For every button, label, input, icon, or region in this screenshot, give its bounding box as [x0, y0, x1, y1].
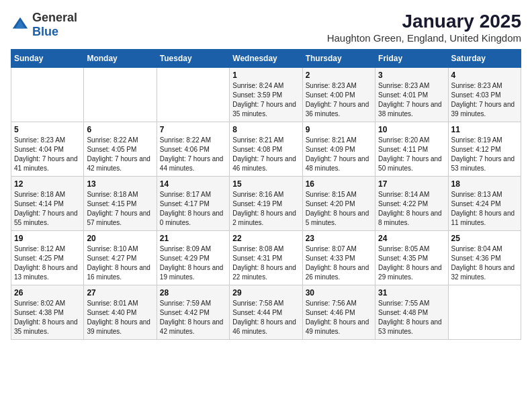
logo: General Blue — [11, 11, 77, 39]
day-number: 8 — [232, 125, 299, 134]
calendar-cell — [448, 285, 521, 340]
calendar-cell: 25 Sunrise: 8:04 AMSunset: 4:36 PMDaylig… — [448, 231, 521, 285]
calendar-cell: 6 Sunrise: 8:22 AMSunset: 4:05 PMDayligh… — [84, 122, 157, 177]
day-number: 28 — [160, 288, 226, 298]
logo-blue: Blue — [32, 25, 58, 38]
calendar-cell: 27 Sunrise: 8:01 AMSunset: 4:40 PMDaylig… — [84, 285, 157, 340]
day-info: Sunrise: 8:23 AMSunset: 4:00 PMDaylight:… — [306, 81, 372, 119]
day-number: 25 — [451, 234, 518, 243]
day-info: Sunrise: 8:17 AMSunset: 4:17 PMDaylight:… — [160, 190, 226, 228]
calendar-cell: 7 Sunrise: 8:22 AMSunset: 4:06 PMDayligh… — [157, 122, 229, 177]
day-number: 6 — [87, 125, 153, 134]
day-number: 1 — [232, 71, 299, 80]
calendar-cell: 11 Sunrise: 8:19 AMSunset: 4:12 PMDaylig… — [448, 122, 521, 177]
page-header: General Blue January 2025 Haughton Green… — [11, 11, 521, 44]
day-number: 24 — [378, 234, 445, 243]
calendar-cell: 18 Sunrise: 8:13 AMSunset: 4:24 PMDaylig… — [448, 177, 521, 231]
day-number: 7 — [160, 125, 226, 134]
calendar-cell: 19 Sunrise: 8:12 AMSunset: 4:25 PMDaylig… — [11, 231, 84, 285]
day-number: 27 — [87, 288, 153, 298]
day-info: Sunrise: 8:05 AMSunset: 4:35 PMDaylight:… — [378, 244, 445, 282]
day-number: 17 — [378, 179, 445, 189]
calendar-cell: 13 Sunrise: 8:18 AMSunset: 4:15 PMDaylig… — [84, 177, 157, 231]
day-number: 16 — [306, 179, 372, 189]
day-info: Sunrise: 8:07 AMSunset: 4:33 PMDaylight:… — [306, 244, 372, 282]
day-info: Sunrise: 8:23 AMSunset: 4:04 PMDaylight:… — [14, 136, 81, 173]
title-block: January 2025 Haughton Green, England, Un… — [327, 11, 521, 44]
calendar-cell: 26 Sunrise: 8:02 AMSunset: 4:38 PMDaylig… — [11, 285, 84, 340]
day-number: 2 — [306, 71, 372, 80]
day-info: Sunrise: 8:08 AMSunset: 4:31 PMDaylight:… — [232, 244, 299, 282]
day-info: Sunrise: 8:22 AMSunset: 4:05 PMDaylight:… — [87, 136, 153, 173]
day-info: Sunrise: 8:16 AMSunset: 4:19 PMDaylight:… — [232, 190, 299, 228]
calendar-cell: 17 Sunrise: 8:14 AMSunset: 4:22 PMDaylig… — [375, 177, 448, 231]
day-number: 9 — [306, 125, 372, 134]
day-info: Sunrise: 8:18 AMSunset: 4:15 PMDaylight:… — [87, 190, 153, 228]
calendar-cell: 16 Sunrise: 8:15 AMSunset: 4:20 PMDaylig… — [302, 177, 375, 231]
day-info: Sunrise: 8:14 AMSunset: 4:22 PMDaylight:… — [378, 190, 445, 228]
col-wednesday: Wednesday — [230, 50, 302, 68]
day-number: 5 — [14, 125, 81, 134]
calendar-cell: 10 Sunrise: 8:20 AMSunset: 4:11 PMDaylig… — [375, 122, 448, 177]
day-info: Sunrise: 8:21 AMSunset: 4:09 PMDaylight:… — [306, 136, 372, 173]
day-number: 23 — [306, 234, 372, 243]
col-tuesday: Tuesday — [157, 50, 229, 68]
calendar-cell: 5 Sunrise: 8:23 AMSunset: 4:04 PMDayligh… — [11, 122, 84, 177]
day-number: 30 — [306, 288, 372, 298]
calendar-cell — [84, 68, 157, 122]
day-info: Sunrise: 8:19 AMSunset: 4:12 PMDaylight:… — [451, 136, 518, 173]
calendar-cell: 3 Sunrise: 8:23 AMSunset: 4:01 PMDayligh… — [375, 68, 448, 122]
calendar-cell — [157, 68, 229, 122]
calendar-week-row: 19 Sunrise: 8:12 AMSunset: 4:25 PMDaylig… — [11, 231, 521, 285]
day-info: Sunrise: 8:18 AMSunset: 4:14 PMDaylight:… — [14, 190, 81, 228]
calendar-title: January 2025 — [327, 11, 521, 32]
day-number: 18 — [451, 179, 518, 189]
day-info: Sunrise: 8:10 AMSunset: 4:27 PMDaylight:… — [87, 244, 153, 282]
day-info: Sunrise: 8:02 AMSunset: 4:38 PMDaylight:… — [14, 299, 81, 336]
calendar-cell: 8 Sunrise: 8:21 AMSunset: 4:08 PMDayligh… — [230, 122, 302, 177]
calendar-header-row: Sunday Monday Tuesday Wednesday Thursday… — [11, 50, 521, 68]
calendar-week-row: 26 Sunrise: 8:02 AMSunset: 4:38 PMDaylig… — [11, 285, 521, 340]
col-saturday: Saturday — [448, 50, 521, 68]
day-number: 10 — [378, 125, 445, 134]
col-friday: Friday — [375, 50, 448, 68]
day-number: 4 — [451, 71, 518, 80]
col-thursday: Thursday — [302, 50, 375, 68]
day-info: Sunrise: 8:23 AMSunset: 4:01 PMDaylight:… — [378, 81, 445, 119]
calendar-cell: 29 Sunrise: 7:58 AMSunset: 4:44 PMDaylig… — [230, 285, 302, 340]
calendar-week-row: 12 Sunrise: 8:18 AMSunset: 4:14 PMDaylig… — [11, 177, 521, 231]
calendar-cell: 9 Sunrise: 8:21 AMSunset: 4:09 PMDayligh… — [302, 122, 375, 177]
calendar-cell: 30 Sunrise: 7:56 AMSunset: 4:46 PMDaylig… — [302, 285, 375, 340]
day-info: Sunrise: 8:04 AMSunset: 4:36 PMDaylight:… — [451, 244, 518, 282]
day-number: 19 — [14, 234, 81, 243]
logo-icon — [11, 15, 30, 34]
calendar-cell: 15 Sunrise: 8:16 AMSunset: 4:19 PMDaylig… — [230, 177, 302, 231]
day-number: 3 — [378, 71, 445, 80]
logo-text: General Blue — [32, 11, 77, 39]
day-info: Sunrise: 8:21 AMSunset: 4:08 PMDaylight:… — [232, 136, 299, 173]
day-number: 14 — [160, 179, 226, 189]
calendar-cell: 20 Sunrise: 8:10 AMSunset: 4:27 PMDaylig… — [84, 231, 157, 285]
calendar-cell: 2 Sunrise: 8:23 AMSunset: 4:00 PMDayligh… — [302, 68, 375, 122]
calendar-cell — [11, 68, 84, 122]
calendar-cell: 1 Sunrise: 8:24 AMSunset: 3:59 PMDayligh… — [230, 68, 302, 122]
calendar-subtitle: Haughton Green, England, United Kingdom — [327, 32, 521, 44]
day-number: 12 — [14, 179, 81, 189]
day-number: 21 — [160, 234, 226, 243]
calendar-table: Sunday Monday Tuesday Wednesday Thursday… — [11, 49, 521, 340]
day-number: 29 — [232, 288, 299, 298]
day-info: Sunrise: 7:59 AMSunset: 4:42 PMDaylight:… — [160, 299, 226, 336]
calendar-cell: 4 Sunrise: 8:23 AMSunset: 4:03 PMDayligh… — [448, 68, 521, 122]
day-info: Sunrise: 7:58 AMSunset: 4:44 PMDaylight:… — [232, 299, 299, 336]
day-info: Sunrise: 8:24 AMSunset: 3:59 PMDaylight:… — [232, 81, 299, 119]
day-number: 13 — [87, 179, 153, 189]
day-number: 15 — [232, 179, 299, 189]
day-info: Sunrise: 8:12 AMSunset: 4:25 PMDaylight:… — [14, 244, 81, 282]
calendar-cell: 31 Sunrise: 7:55 AMSunset: 4:48 PMDaylig… — [375, 285, 448, 340]
day-info: Sunrise: 8:22 AMSunset: 4:06 PMDaylight:… — [160, 136, 226, 173]
day-info: Sunrise: 8:23 AMSunset: 4:03 PMDaylight:… — [451, 81, 518, 119]
logo-general: General — [32, 11, 77, 24]
calendar-cell: 28 Sunrise: 7:59 AMSunset: 4:42 PMDaylig… — [157, 285, 229, 340]
day-number: 26 — [14, 288, 81, 298]
calendar-cell: 14 Sunrise: 8:17 AMSunset: 4:17 PMDaylig… — [157, 177, 229, 231]
